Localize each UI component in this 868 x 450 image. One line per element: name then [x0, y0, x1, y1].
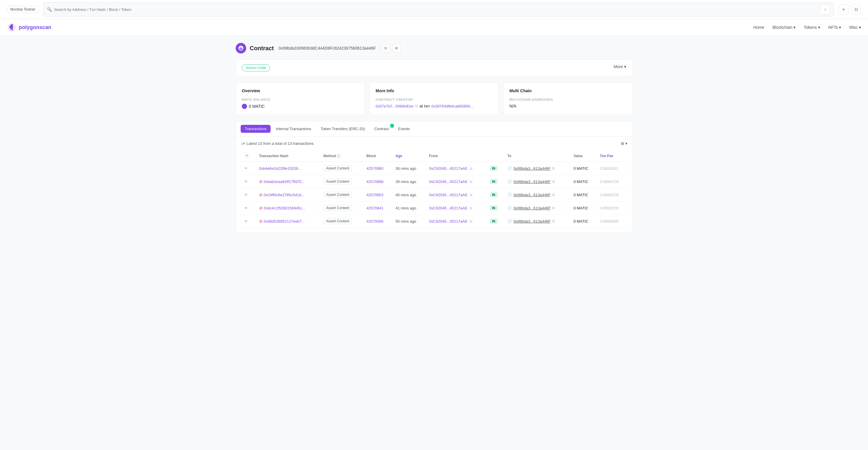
filter-icon: ⊞	[621, 141, 624, 146]
from-cell: 0xC62045...45217aAE ⧉	[426, 175, 486, 188]
block-link[interactable]: 42570853	[367, 193, 383, 197]
contract-address: 0x99bda3309830ddC444D8Fc82423675b0613a44…	[278, 46, 376, 51]
nav-blockchain[interactable]: Blockchain ▾	[772, 25, 796, 30]
col-txn-fee: Txn Fee	[596, 150, 627, 162]
network-selector[interactable]: Mumbai Testnet	[7, 6, 38, 13]
qr-code-button[interactable]: ⊞	[392, 44, 401, 52]
age-text: 40 mins ago	[396, 193, 416, 197]
copy-to-button[interactable]: ⧉	[552, 193, 555, 197]
tx-hash-link[interactable]: 0xbab2eaa91ff17ffd75...	[264, 179, 305, 184]
contract-doc-icon: 📄	[507, 219, 512, 223]
tx-hash-cell: ⊘ 0xbab2eaa91ff17ffd75...	[256, 175, 320, 188]
creator-address-link[interactable]: 0x57e7b7...0068AEee	[376, 104, 413, 108]
to-address-link[interactable]: 0x99bda3...613a446F	[514, 166, 551, 171]
brand[interactable]: polygonscan	[7, 23, 51, 32]
search-input[interactable]	[54, 7, 818, 12]
multichain-value: N/A	[509, 104, 626, 108]
fee-text: 0.00016921	[600, 167, 618, 171]
fee-text: 0.00003729	[600, 193, 618, 197]
copy-to-button[interactable]: ⧉	[552, 206, 555, 210]
brand-name: polygonscan	[19, 24, 51, 31]
direction-cell: IN	[487, 188, 504, 201]
table-summary: ↓≡ Latest 13 from a total of 13 transact…	[241, 141, 313, 146]
from-address-link[interactable]: 0xC62045...45217aAE	[429, 193, 467, 197]
theme-toggle[interactable]: ☀	[839, 4, 849, 15]
from-address-link[interactable]: 0xC62045...45217aAE	[429, 166, 467, 171]
tx-hash-link[interactable]: 0x08d538852127eeb7...	[264, 219, 305, 224]
from-address-link[interactable]: 0xC62045...45217aAE	[429, 206, 467, 210]
chain-link-icon[interactable]: ⛓	[851, 4, 861, 15]
copy-from-button[interactable]: ⧉	[470, 206, 472, 210]
error-icon: ⊘	[259, 206, 262, 210]
filter-button[interactable]: ⊞ ▾	[621, 141, 627, 146]
txn-hash-link[interactable]: 0x30763dfb4ca665800...	[431, 104, 473, 108]
fee-cell: 0.00003729	[596, 201, 627, 215]
multi-chain-title: Multi Chain	[509, 88, 626, 93]
value-cell: 0 MATIC	[570, 162, 596, 175]
to-address-link[interactable]: 0x99bda3...613a446F	[514, 179, 551, 184]
nav-nfts[interactable]: NFTs ▾	[828, 25, 841, 30]
direction-cell: IN	[487, 201, 504, 215]
tx-hash-link[interactable]: 0xb4e6e1b22f8e15259...	[259, 166, 301, 171]
tx-hash-link[interactable]: 0x24ff4c6e2785c5d1d...	[264, 193, 304, 197]
eye-icon[interactable]: 👁	[244, 206, 248, 210]
eye-icon[interactable]: 👁	[244, 219, 248, 224]
to-cell: 📄 0x99bda3...613a446F ⧉	[504, 162, 570, 175]
block-link[interactable]: 42570960	[367, 166, 383, 171]
tab-events[interactable]: Events	[394, 125, 414, 133]
copy-from-button[interactable]: ⧉	[470, 219, 472, 224]
to-address-link[interactable]: 0x99bda3...613a446F	[514, 206, 551, 210]
copy-to-button[interactable]: ⧉	[552, 219, 555, 223]
slash-shortcut[interactable]: /	[820, 4, 830, 15]
nav-home[interactable]: Home	[753, 25, 764, 30]
search-icon: 🔍	[47, 7, 52, 12]
tab-token-transfers[interactable]: Token Transfers (ERC-20)	[317, 125, 369, 133]
error-icon: ⊘	[259, 219, 262, 224]
to-address-link[interactable]: 0x99bda3...613a446F	[514, 219, 551, 224]
copy-from-button[interactable]: ⧉	[470, 167, 472, 171]
error-icon: ⊘	[259, 179, 262, 184]
eye-icon[interactable]: 👁	[244, 193, 248, 197]
block-link[interactable]: 42570566	[367, 219, 383, 224]
value-text: 0 MATIC	[574, 193, 588, 197]
copy-to-button[interactable]: ⧉	[552, 166, 555, 170]
tab-internal-transactions[interactable]: Internal Transactions	[272, 125, 315, 133]
more-button[interactable]: More ▾	[614, 64, 626, 69]
copy-address-button[interactable]: ⧉	[382, 44, 390, 52]
block-link[interactable]: 42570888	[367, 179, 383, 184]
eye-icon[interactable]: 👁	[244, 179, 248, 184]
age-text: 41 mins ago	[396, 206, 416, 210]
tab-contract[interactable]: Contract ✓	[370, 125, 393, 133]
block-link[interactable]: 42570841	[367, 206, 383, 210]
matic-balance-value: 0 MATIC	[242, 104, 359, 109]
contract-verified-badge: ✓	[390, 124, 394, 128]
nav-tokens[interactable]: Tokens ▾	[804, 25, 820, 30]
contract-actions: ⧉ ⊞	[382, 44, 401, 52]
copy-to-button[interactable]: ⧉	[552, 179, 555, 184]
to-cell: 📄 0x99bda3...613a446F ⧉	[504, 215, 570, 228]
method-cell: Assert Content	[320, 188, 363, 201]
copy-from-button[interactable]: ⧉	[470, 180, 472, 184]
nav-misc[interactable]: Misc ▾	[849, 25, 861, 30]
value-text: 0 MATIC	[574, 219, 588, 224]
sort-icon: ↓≡	[241, 141, 245, 146]
brand-logo	[7, 23, 17, 32]
from-address-link[interactable]: 0xC62045...45217aAE	[429, 179, 467, 184]
to-address-link[interactable]: 0x99bda3...613a446F	[514, 193, 551, 197]
eye-cell: 👁	[241, 175, 256, 188]
direction-badge: IN	[490, 192, 497, 197]
eye-icon[interactable]: 👁	[244, 166, 248, 171]
table-header-row: ? Transaction Hash Method ⓘ Block Age Fr…	[241, 150, 627, 162]
block-cell: 42570853	[363, 188, 392, 201]
copy-from-button[interactable]: ⧉	[470, 193, 472, 197]
col-to: To	[504, 150, 570, 162]
tx-hash-link[interactable]: 0xbc4c1f5260156945c...	[264, 206, 305, 210]
more-info-card: More Info CONTRACT CREATOR: 0x57e7b7...0…	[369, 82, 499, 115]
from-address-link[interactable]: 0xC62045...45217aAE	[429, 219, 467, 224]
direction-cell: IN	[487, 175, 504, 188]
copy-creator-button[interactable]: ⧉	[415, 104, 418, 108]
tab-transactions[interactable]: Transactions	[241, 125, 271, 133]
fee-cell: 0.00003729	[596, 175, 627, 188]
direction-badge: IN	[490, 179, 497, 184]
direction-badge: IN	[490, 166, 497, 171]
